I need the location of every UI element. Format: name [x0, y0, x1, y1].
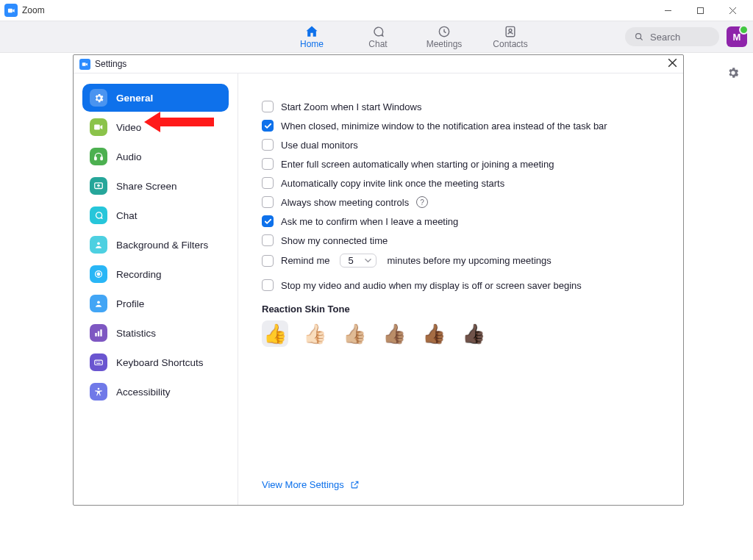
checkbox-icon — [262, 177, 274, 189]
svg-rect-0 — [7, 8, 12, 12]
minimize-button[interactable] — [652, 0, 684, 21]
sidebar-item-video[interactable]: Video — [82, 113, 229, 141]
zoom-logo-icon — [79, 59, 90, 70]
main-nav: Home Chat Meetings Contacts — [279, 21, 543, 52]
skin-tone-option[interactable]: 👍🏼 — [341, 320, 368, 347]
titlebar: Zoom — [0, 0, 753, 21]
view-more-settings-link[interactable]: View More Settings — [262, 479, 663, 498]
person-icon — [90, 236, 107, 254]
checkbox-icon[interactable] — [262, 255, 274, 267]
close-button[interactable] — [716, 0, 749, 21]
chevron-down-icon — [365, 257, 371, 264]
skin-tone-heading: Reaction Skin Tone — [262, 304, 663, 315]
option-label: Show my connected time — [281, 235, 388, 246]
option-fullscreen-join[interactable]: Enter full screen automatically when sta… — [262, 154, 663, 173]
skin-tone-option[interactable]: 👍🏽 — [381, 320, 407, 347]
sidebar-item-label: Chat — [116, 210, 138, 221]
option-minimize-tray[interactable]: When closed, minimize window to the noti… — [262, 116, 663, 135]
option-label-post: minutes before my upcoming meetings — [387, 255, 551, 266]
remind-value: 5 — [348, 255, 353, 266]
settings-title: Settings — [95, 59, 126, 69]
svg-rect-21 — [95, 333, 96, 337]
sidebar-item-keyboard-shortcuts[interactable]: Keyboard Shortcuts — [82, 348, 229, 376]
settings-content: Start Zoom when I start Windows When clo… — [238, 73, 683, 505]
skin-tone-option[interactable]: 👍🏻 — [301, 320, 328, 347]
sidebar-item-general[interactable]: General — [82, 84, 229, 112]
nav-chat[interactable]: Chat — [345, 21, 411, 52]
sidebar-item-label: Statistics — [116, 328, 156, 339]
topbar-right: Search M — [625, 21, 747, 52]
option-label: Start Zoom when I start Windows — [281, 101, 421, 112]
option-label-pre: Remind me — [281, 255, 329, 266]
close-icon[interactable] — [668, 57, 677, 71]
checkbox-icon — [262, 139, 274, 151]
option-copy-invite[interactable]: Automatically copy invite link once the … — [262, 173, 663, 193]
sidebar-item-label: Video — [116, 122, 141, 133]
svg-rect-15 — [101, 157, 102, 160]
option-start-on-boot[interactable]: Start Zoom when I start Windows — [262, 97, 663, 116]
sidebar-item-recording[interactable]: Recording — [82, 260, 229, 288]
svg-rect-24 — [95, 360, 103, 365]
remind-minutes-select[interactable]: 5 — [340, 254, 376, 268]
svg-point-29 — [98, 388, 100, 390]
sidebar-item-audio[interactable]: Audio — [82, 143, 229, 170]
svg-rect-22 — [98, 331, 99, 337]
option-label: Always show meeting controls — [281, 197, 409, 208]
video-icon — [90, 118, 107, 136]
checkbox-icon — [262, 101, 274, 112]
checkbox-icon — [262, 215, 274, 227]
option-label: Ask me to confirm when I leave a meeting — [281, 216, 458, 227]
svg-point-20 — [97, 301, 100, 304]
external-link-icon — [350, 480, 360, 489]
gear-icon[interactable] — [727, 66, 740, 82]
sidebar-item-label: Profile — [116, 298, 144, 309]
checkbox-icon — [262, 279, 274, 291]
search-icon — [634, 32, 644, 42]
sidebar-item-chat[interactable]: Chat — [82, 201, 229, 229]
svg-rect-2 — [697, 7, 703, 13]
option-dual-monitors[interactable]: Use dual monitors — [262, 135, 663, 154]
nav-contacts[interactable]: Contacts — [477, 21, 543, 52]
sidebar-item-label: Accessibility — [116, 387, 171, 398]
sidebar-item-accessibility[interactable]: Accessibility — [82, 378, 229, 406]
sidebar-item-profile[interactable]: Profile — [82, 290, 229, 317]
contacts-icon — [503, 24, 518, 39]
search-placeholder: Search — [650, 32, 680, 43]
sidebar-item-label: Audio — [116, 151, 142, 162]
option-label: Enter full screen automatically when sta… — [281, 159, 554, 170]
option-label: Use dual monitors — [281, 140, 358, 151]
maximize-button[interactable] — [684, 0, 716, 21]
search-box[interactable]: Search — [625, 27, 719, 46]
nav-label: Meetings — [427, 39, 463, 49]
window-controls — [652, 0, 749, 21]
skin-tone-option[interactable]: 👍🏾 — [421, 320, 447, 347]
svg-rect-23 — [100, 329, 101, 336]
accessibility-icon — [90, 383, 107, 401]
sidebar-item-statistics[interactable]: Statistics — [82, 319, 229, 347]
avatar[interactable]: M — [727, 26, 747, 47]
skin-tone-option[interactable]: 👍 — [262, 320, 288, 347]
topbar: Home Chat Meetings Contacts Search M — [0, 21, 753, 53]
window-title: Zoom — [22, 5, 45, 15]
nav-home[interactable]: Home — [279, 21, 345, 52]
sidebar-item-background-filters[interactable]: Background & Filters — [82, 231, 229, 259]
settings-sidebar: General Video Audio Share Screen Chat Ba… — [74, 73, 238, 505]
skin-tone-picker: 👍 👍🏻 👍🏼 👍🏽 👍🏾 👍🏿 — [262, 320, 663, 347]
option-remind: Remind me 5 minutes before my upcoming m… — [262, 250, 663, 271]
chat-icon — [90, 207, 107, 224]
svg-rect-13 — [94, 125, 100, 130]
checkbox-icon — [262, 158, 274, 170]
option-label: Stop my video and audio when my display … — [281, 280, 582, 291]
sidebar-item-share-screen[interactable]: Share Screen — [82, 172, 229, 200]
home-icon — [304, 24, 319, 39]
option-confirm-leave[interactable]: Ask me to confirm when I leave a meeting — [262, 212, 663, 231]
keyboard-icon — [90, 353, 107, 371]
option-always-controls[interactable]: Always show meeting controls ? — [262, 193, 663, 212]
help-icon[interactable]: ? — [416, 196, 428, 208]
nav-meetings[interactable]: Meetings — [411, 21, 477, 52]
option-connected-time[interactable]: Show my connected time — [262, 231, 663, 250]
headphones-icon — [90, 148, 107, 165]
option-stop-screensaver[interactable]: Stop my video and audio when my display … — [262, 276, 663, 295]
skin-tone-option[interactable]: 👍🏿 — [460, 320, 487, 347]
settings-dialog: Settings General Video Audio Share Scree… — [73, 54, 684, 506]
